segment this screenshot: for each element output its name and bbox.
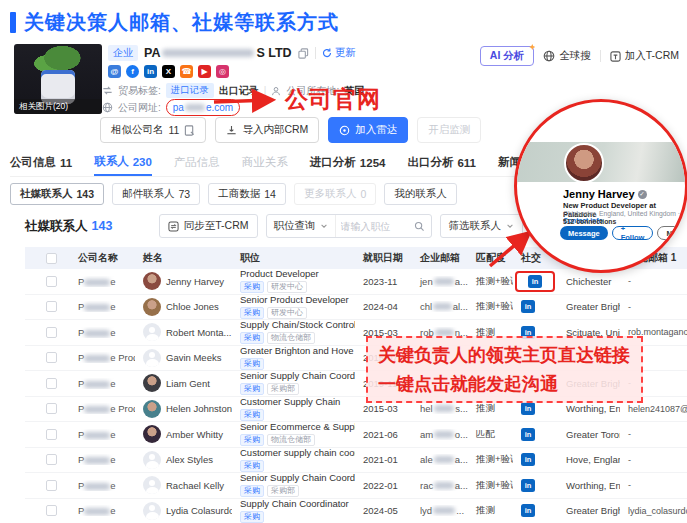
contact-row[interactable]: PeChloe JonesSenior Product Developer采购研… <box>25 295 687 321</box>
contact-name[interactable]: Chloe Jones <box>166 301 219 312</box>
linkedin-icon[interactable]: in <box>144 65 157 78</box>
tab-出口分析[interactable]: 出口分析611 <box>407 149 476 176</box>
job-search-input[interactable] <box>336 221 414 232</box>
chevron-down-icon <box>320 222 328 230</box>
company-name: PA S LTD <box>144 46 292 60</box>
contact-name[interactable]: Liam Gent <box>166 378 210 389</box>
position-cell: Customer Supply Chain采购 <box>232 397 355 421</box>
row-checkbox[interactable] <box>46 327 57 338</box>
row-checkbox[interactable] <box>46 505 57 516</box>
import-record-tag[interactable]: 进口记录 <box>166 83 214 98</box>
tab-进口分析[interactable]: 进口分析1254 <box>310 149 386 176</box>
pill-label: 邮件联系人 <box>122 187 175 201</box>
company-photo[interactable]: 相关图片(20) <box>14 44 102 114</box>
contact-name[interactable]: Jenny Harvey <box>166 276 224 287</box>
email-prefix: hel <box>420 403 433 414</box>
ai-analysis-button[interactable]: AI 分析 <box>480 46 534 66</box>
header-actions: AI 分析 全球搜 加入T-CRM <box>480 46 679 66</box>
contact-name[interactable]: Robert Monta... <box>166 327 231 338</box>
pill-count: 143 <box>77 188 95 200</box>
tab-产品信息[interactable]: 产品信息 <box>174 149 220 176</box>
row-checkbox[interactable] <box>46 454 57 465</box>
position-tag: 采购 <box>240 460 264 472</box>
pill-更多联系人[interactable]: 更多联系人0 <box>294 183 376 205</box>
tab-商业关系[interactable]: 商业关系 <box>242 149 288 176</box>
contact-name[interactable]: Lydia Colasurdo <box>166 505 232 516</box>
position-tag: 采购 <box>240 383 264 395</box>
avatar-placeholder <box>143 451 161 469</box>
checkbox-cell <box>25 378 70 389</box>
start-monitor-button[interactable]: 开启监测 <box>417 117 481 143</box>
tab-公司信息[interactable]: 公司信息11 <box>10 149 72 176</box>
pill-邮件联系人[interactable]: 邮件联系人73 <box>112 183 200 205</box>
position-tag: 研发中心 <box>267 307 307 319</box>
position-tags: 采购采购部 <box>240 383 355 395</box>
phone-icon[interactable]: ☎ <box>180 65 193 78</box>
filter-contacts-dropdown[interactable]: 筛选联系人 <box>440 214 524 238</box>
contact-name[interactable]: Rachael Kelly <box>166 480 224 491</box>
position-title: Senior Product Developer <box>240 295 355 306</box>
row-checkbox[interactable] <box>46 480 57 491</box>
position-tag: 研发中心 <box>267 281 307 293</box>
follow-button[interactable]: + Follow <box>612 226 654 240</box>
linkedin-icon[interactable]: in <box>521 453 535 466</box>
refresh-icon <box>322 48 332 58</box>
pill-我的联系人[interactable]: 我的联系人 <box>384 183 457 205</box>
contact-row[interactable]: PeJenny HarveyProduct Developer采购研发中心202… <box>25 269 687 295</box>
row-checkbox[interactable] <box>46 429 57 440</box>
position-tags: 采购物流仓储部 <box>240 332 355 344</box>
import-crm-button[interactable]: 导入内部CRM <box>215 117 319 143</box>
sync-tcrm-button[interactable]: 同步至T-CRM <box>159 214 258 238</box>
update-button[interactable]: 更新 <box>322 46 356 60</box>
pill-label: 社媒联系人 <box>20 187 73 201</box>
row-checkbox[interactable] <box>46 301 57 312</box>
linkedin-icon[interactable]: in <box>528 275 542 288</box>
pill-社媒联系人[interactable]: 社媒联系人143 <box>10 183 104 205</box>
web-icon[interactable]: @ <box>108 65 121 78</box>
contact-row[interactable]: PeAlex StylesCustomer supply chain coord… <box>25 448 687 474</box>
row-checkbox[interactable] <box>46 403 57 414</box>
linkedin-icon[interactable]: in <box>521 479 535 492</box>
select-all-checkbox[interactable] <box>46 253 57 264</box>
linkedin-icon[interactable]: in <box>521 402 535 415</box>
facebook-icon[interactable]: f <box>126 65 139 78</box>
column-header: 姓名 <box>135 251 232 265</box>
contact-name[interactable]: Helen Johnstone <box>166 403 232 414</box>
contact-name[interactable]: Alex Styles <box>166 454 213 465</box>
contact-row[interactable]: PeAmber WhittySenior Ecommerce & Supply … <box>25 422 687 448</box>
page-title: 关键决策人邮箱、社媒等联系方式 <box>24 9 339 36</box>
global-search-button[interactable]: 全球搜 <box>543 49 591 63</box>
column-header-label: 匹配度 <box>476 251 506 265</box>
linkedin-icon[interactable]: in <box>521 504 535 517</box>
linkedin-profile-card: Jenny Harvey ✓ New Product Developer at … <box>514 99 687 273</box>
export-record-tag[interactable]: 出口记录 <box>219 84 259 98</box>
row-checkbox[interactable] <box>46 352 57 363</box>
tab-联系人[interactable]: 联系人230 <box>94 149 152 176</box>
row-checkbox[interactable] <box>46 378 57 389</box>
company-cell: Pe <box>70 480 135 491</box>
document-icon <box>184 125 195 136</box>
region-cell: Worthing, England,... <box>558 403 620 414</box>
contact-row[interactable]: PeLydia ColasurdoSupply Chain Coordinato… <box>25 499 687 523</box>
linkedin-icon[interactable]: in <box>521 300 535 313</box>
join-radar-button[interactable]: 加入雷达 <box>328 117 408 143</box>
linkedin-icon[interactable]: in <box>521 428 535 441</box>
contact-name[interactable]: Gavin Meeks <box>166 352 221 363</box>
pill-工商数据[interactable]: 工商数据14 <box>208 183 286 205</box>
copy-icon[interactable] <box>298 48 309 59</box>
similar-companies-button[interactable]: 相似公司名11 <box>100 117 206 143</box>
contact-row[interactable]: PeRachael KellySenior Supply Chain Coord… <box>25 473 687 499</box>
column-header: 企业邮箱 <box>412 251 468 265</box>
message-button[interactable]: Message <box>560 226 608 240</box>
globe-search-icon <box>543 50 555 62</box>
profile-name: Jenny Harvey ✓ <box>563 188 647 200</box>
extra-email-cell: helen241087@msn... <box>620 404 687 414</box>
join-tcrm-button[interactable]: 加入T-CRM <box>610 49 679 63</box>
contact-name[interactable]: Amber Whitty <box>166 429 223 440</box>
x-icon[interactable]: X <box>162 65 175 78</box>
company-website-link[interactable]: pa e.com <box>166 99 240 116</box>
instagram-icon[interactable]: ◎ <box>216 65 229 78</box>
youtube-icon[interactable]: ▶ <box>198 65 211 78</box>
job-query-dropdown[interactable]: 职位查询 <box>267 215 336 237</box>
row-checkbox[interactable] <box>46 276 57 287</box>
